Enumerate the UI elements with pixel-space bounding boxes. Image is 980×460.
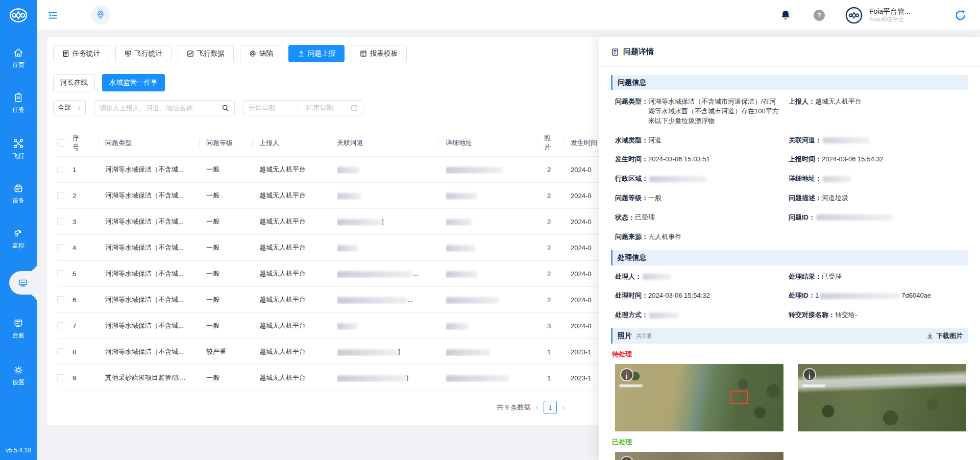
column-divider bbox=[438, 139, 439, 147]
section-bar: 问题信息 bbox=[611, 75, 968, 90]
redacted-river-value bbox=[337, 349, 398, 356]
redacted-address-value bbox=[446, 219, 472, 226]
row-checkbox[interactable] bbox=[57, 322, 64, 329]
sidebar-item-tasks[interactable]: 任务 bbox=[0, 92, 37, 114]
row-checkbox[interactable] bbox=[57, 192, 64, 199]
field-label: 问题来源： bbox=[615, 232, 648, 242]
avatar[interactable] bbox=[845, 6, 863, 25]
redacted-river-value bbox=[337, 167, 359, 174]
row-checkbox[interactable] bbox=[57, 374, 64, 381]
tab-issue-report[interactable]: 问题上报 bbox=[288, 45, 345, 62]
column-divider bbox=[252, 139, 253, 147]
prev-page-button[interactable]: ‹ bbox=[535, 403, 538, 411]
field-label: 关联河道： bbox=[789, 136, 822, 146]
start-date-placeholder: 开始日期 bbox=[249, 103, 289, 112]
section-title: 问题信息 bbox=[618, 78, 646, 87]
column-divider bbox=[98, 139, 99, 147]
drone-icon bbox=[13, 138, 24, 149]
row-checkbox[interactable] bbox=[57, 296, 64, 303]
page-number[interactable]: 1 bbox=[544, 401, 557, 414]
tab-flight-stats[interactable]: 飞行统计 bbox=[115, 45, 172, 62]
river-trail-text: ... bbox=[412, 270, 418, 277]
redacted-value bbox=[823, 137, 870, 143]
cell-address bbox=[446, 322, 544, 329]
tab-flight-data[interactable]: 飞行数据 bbox=[178, 45, 234, 62]
help-icon[interactable]: ? bbox=[814, 10, 825, 21]
filter-row: 全部 ∨ 开始日期 → 结束日期 bbox=[53, 100, 363, 115]
cell-seq: 5 bbox=[72, 270, 105, 278]
sidebar-item-home[interactable]: 首页 bbox=[0, 47, 37, 69]
home-icon bbox=[13, 47, 24, 58]
tab-report-template[interactable]: 报表模板 bbox=[351, 45, 407, 62]
topbar-right: ? Foia平台管... Foia系统平台 bbox=[780, 0, 967, 30]
cell-reporter: 越城无人机平台 bbox=[259, 295, 337, 304]
header-checkbox-cell bbox=[57, 139, 72, 147]
cell-seq: 4 bbox=[72, 244, 105, 252]
field-value bbox=[822, 136, 871, 146]
row-checkbox[interactable] bbox=[57, 166, 64, 173]
redacted-value bbox=[649, 176, 706, 182]
row-checkbox[interactable] bbox=[57, 348, 64, 355]
redacted-value bbox=[643, 274, 671, 280]
field-label: 问题等级： bbox=[615, 193, 648, 203]
done-photos bbox=[611, 452, 968, 460]
tab-task-stats[interactable]: 任务统计 bbox=[53, 45, 109, 62]
section-fields: 处理人：处理结果：已受理处理时间：2024-03-06 15:54:32处理ID… bbox=[611, 272, 968, 321]
river-trail-text: ] bbox=[398, 348, 400, 355]
redacted-river-value bbox=[337, 219, 382, 226]
category-select[interactable]: 全部 ∨ bbox=[53, 100, 86, 115]
done-photo-1[interactable] bbox=[615, 452, 783, 460]
download-images-button[interactable]: 下载图片 bbox=[926, 331, 963, 341]
pending-photo-1[interactable] bbox=[615, 364, 783, 431]
column-divider bbox=[537, 139, 537, 147]
cell-photo-count: 1 bbox=[544, 374, 571, 382]
cell-issue-type: 河湖等水域保洁（不含城... bbox=[105, 165, 206, 174]
redacted-address-value bbox=[446, 245, 475, 252]
collapse-icon[interactable] bbox=[47, 10, 58, 21]
row-checkbox[interactable] bbox=[57, 218, 64, 225]
logout-icon[interactable] bbox=[954, 9, 967, 21]
sidebar-item-flight[interactable]: 飞行 bbox=[0, 138, 37, 160]
next-page-button[interactable]: › bbox=[562, 403, 565, 411]
app-logo-icon bbox=[7, 4, 30, 27]
location-pin-icon bbox=[95, 10, 106, 20]
sidebar-item-settings[interactable]: 设置 bbox=[0, 365, 37, 387]
bell-icon[interactable] bbox=[780, 9, 791, 21]
cell-seq: 6 bbox=[72, 296, 105, 304]
device-icon bbox=[13, 183, 24, 194]
date-range-picker[interactable]: 开始日期 → 结束日期 bbox=[243, 100, 363, 115]
tab-defects[interactable]: 缺陷 bbox=[240, 45, 282, 62]
doc-icon bbox=[62, 50, 69, 57]
user-block[interactable]: Foia平台管... Foia系统平台 bbox=[869, 7, 920, 23]
sidebar-item-device[interactable]: 设备 bbox=[0, 183, 37, 205]
search-input[interactable] bbox=[100, 104, 222, 112]
detail-field: 详细地址： bbox=[789, 174, 968, 184]
tab-label: 任务统计 bbox=[72, 49, 100, 58]
detail-doc-icon bbox=[611, 48, 619, 56]
pending-photo-2[interactable] bbox=[798, 364, 966, 431]
sidebar-item-ledger[interactable]: 台账 bbox=[0, 318, 37, 340]
clipboard-icon bbox=[13, 92, 24, 103]
photos-section-bar: 照片共3项下载图片 bbox=[611, 328, 968, 344]
redacted-river-value bbox=[337, 375, 406, 382]
location-pin-button[interactable] bbox=[91, 5, 110, 25]
redacted-river-value bbox=[337, 297, 407, 304]
panel-body: 问题信息问题类型：河湖等水域保洁（不含城市河道保洁）/在河湖等水域水面（不含城市… bbox=[599, 75, 980, 460]
panel-title: 问题详情 bbox=[623, 47, 654, 57]
field-label: 行政区域： bbox=[615, 174, 648, 184]
sidebar-item-active[interactable] bbox=[9, 271, 37, 295]
search-icon[interactable] bbox=[222, 104, 229, 112]
column-header-label: 问题类型 bbox=[105, 138, 132, 148]
sidebar-item-label: 监控 bbox=[12, 241, 24, 250]
pending-label: 待处理 bbox=[611, 350, 968, 359]
select-all-checkbox[interactable] bbox=[57, 139, 64, 147]
download-label: 下载图片 bbox=[936, 331, 963, 341]
cell-reporter: 越城无人机平台 bbox=[259, 269, 337, 278]
row-checkbox[interactable] bbox=[57, 244, 64, 251]
row-checkbox[interactable] bbox=[57, 270, 64, 277]
sidebar-item-monitor[interactable]: 监控 bbox=[0, 228, 37, 250]
subtab-water-supervision[interactable]: 水域监管一件事 bbox=[102, 74, 165, 91]
subtab-river-chief[interactable]: 河长在线 bbox=[53, 74, 95, 91]
subtab-label: 水域监管一件事 bbox=[109, 78, 158, 87]
field-value: 已受理 bbox=[635, 213, 655, 223]
